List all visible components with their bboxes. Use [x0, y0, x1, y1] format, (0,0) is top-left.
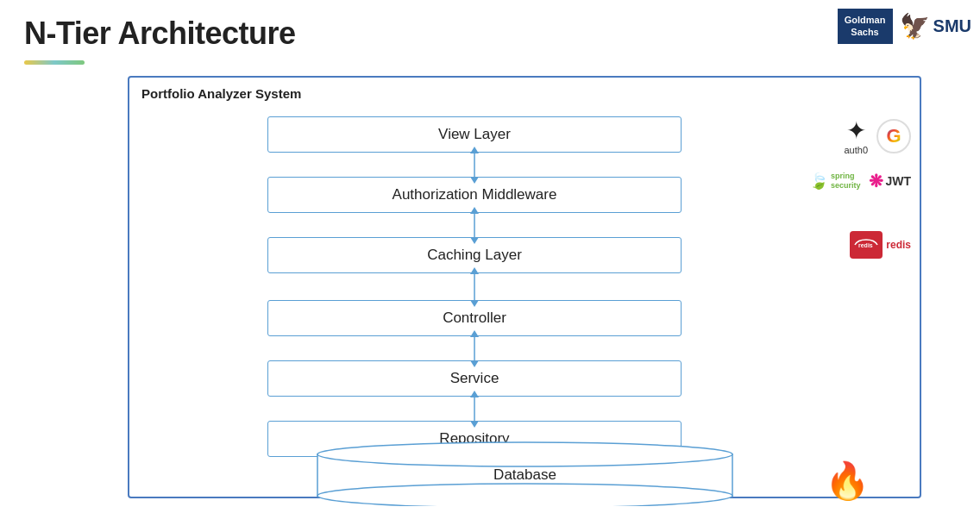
- spring-leaf-icon: 🍃: [809, 172, 828, 191]
- goldman-sachs-logo: Goldman Sachs: [838, 9, 893, 44]
- jwt-icon: ❋ JWT: [869, 171, 911, 191]
- auth0-star-icon: ✦: [846, 116, 866, 145]
- icon-row-1: ✦ auth0 G: [844, 116, 911, 155]
- jwt-snowflake-icon: ❋: [869, 171, 883, 191]
- diagram-container: Portfolio Analyzer System View Layer Aut…: [128, 76, 921, 498]
- layer-service: Service: [267, 360, 682, 397]
- redis-icon: redis redis: [850, 231, 911, 259]
- smu-bird-icon: 🦅: [900, 12, 930, 41]
- smu-logo: 🦅 SMU: [900, 12, 971, 41]
- svg-point-21: [317, 442, 732, 466]
- svg-text:Database: Database: [493, 466, 556, 483]
- layer-cache: Caching Layer: [267, 237, 682, 273]
- svg-text:redis: redis: [858, 242, 873, 248]
- page-title: N-Tier Architecture: [24, 16, 296, 52]
- layer-controller: Controller: [267, 300, 682, 336]
- database-cylinder: Database: [316, 441, 734, 506]
- google-icon: G: [876, 119, 911, 153]
- firebase-icon: 🔥: [825, 460, 870, 502]
- icon-row-3: redis redis: [850, 231, 911, 259]
- auth0-icon: ✦ auth0: [844, 116, 868, 155]
- svg-point-22: [317, 484, 732, 506]
- title-underline: [24, 60, 85, 65]
- layer-view: View Layer: [267, 116, 682, 153]
- spring-security-icon: 🍃 springsecurity: [809, 172, 861, 191]
- redis-box-icon: redis: [850, 231, 883, 259]
- diagram-title: Portfolio Analyzer System: [141, 86, 301, 101]
- icon-row-2: 🍃 springsecurity ❋ JWT: [809, 171, 911, 191]
- database-area: Database 🔥: [128, 441, 921, 506]
- logos-area: Goldman Sachs 🦅 SMU: [838, 9, 971, 44]
- layer-auth: Authorization Middleware: [267, 177, 682, 213]
